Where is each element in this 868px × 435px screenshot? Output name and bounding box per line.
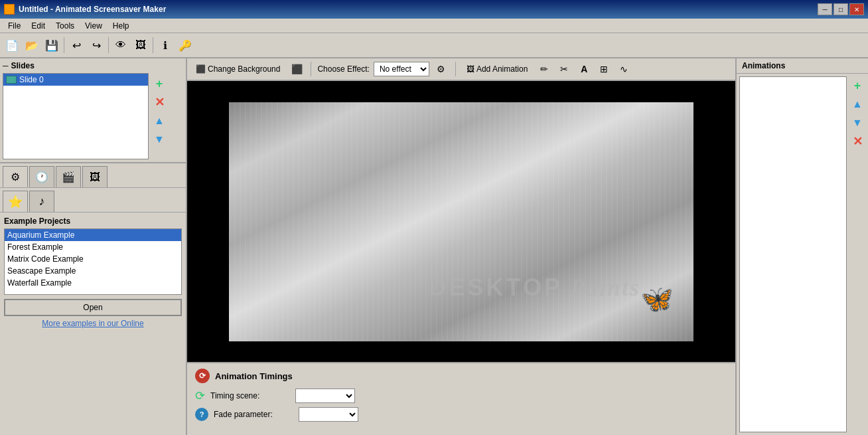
canvas-sep-2: [455, 62, 456, 76]
timings-title: Animation Timings: [215, 371, 293, 381]
slides-header: ─ Slides: [3, 61, 183, 70]
timing-scene-icon: ⟳: [195, 389, 205, 403]
add-slide-button[interactable]: +: [151, 76, 167, 92]
fade-param-label: Fade parameter:: [214, 410, 293, 419]
menu-tools[interactable]: Tools: [50, 20, 80, 32]
watermark-paints: Paints: [570, 274, 640, 301]
slide-thumbnail-icon: [6, 76, 17, 84]
online-link[interactable]: More examples in our Online: [4, 319, 182, 328]
menu-edit[interactable]: Edit: [26, 20, 50, 32]
tab-movie[interactable]: 🎬: [56, 166, 81, 187]
slides-list[interactable]: Slide 0: [3, 73, 149, 159]
slides-title: Slides: [11, 61, 35, 70]
move-slide-down-button[interactable]: ▼: [151, 131, 167, 147]
examples-list[interactable]: Aquarium Example Forest Example Matrix C…: [4, 228, 182, 295]
move-anim-up-button[interactable]: ▲: [849, 96, 865, 112]
timings-header: ⟳ Animation Timings: [195, 369, 727, 383]
slides-section: ─ Slides Slide 0 + ✕ ▲ ▼: [0, 58, 186, 163]
fade-help-icon[interactable]: ?: [195, 408, 208, 421]
open-file-button[interactable]: 📂: [23, 36, 41, 54]
save-button[interactable]: 💾: [42, 36, 61, 54]
main-area: ─ Slides Slide 0 + ✕ ▲ ▼ ⚙: [0, 58, 868, 435]
example-item-seascape[interactable]: Seascape Example: [5, 265, 181, 277]
bg-settings-button[interactable]: ⬛: [289, 61, 305, 77]
app-icon: [4, 4, 15, 15]
titlebar: Untitled - Animated Screensaver Maker ─ …: [0, 0, 868, 19]
maximize-button[interactable]: □: [833, 3, 848, 15]
tab-settings[interactable]: ⚙: [3, 166, 28, 187]
tab-timing[interactable]: 🕐: [29, 166, 54, 187]
grid-button[interactable]: ⊞: [596, 61, 612, 77]
examples-section: Example Projects Aquarium Example Forest…: [0, 213, 186, 435]
info-button[interactable]: ℹ: [156, 36, 175, 54]
window-title: Untitled - Animated Screensaver Maker: [19, 5, 166, 14]
preview-button[interactable]: 👁: [111, 36, 130, 54]
menubar: File Edit Tools View Help: [0, 19, 868, 33]
center-panel: ⬛ Change Background ⬛ Choose Effect: No …: [187, 58, 735, 435]
main-tabs: ⚙ 🕐 🎬 🖼: [0, 163, 186, 188]
change-bg-icon: ⬛: [196, 64, 206, 74]
scissors-button[interactable]: ✂: [556, 61, 572, 77]
example-item-forest[interactable]: Forest Example: [5, 241, 181, 253]
animations-area: + ▲ ▼ ✕: [737, 74, 868, 435]
open-example-button[interactable]: Open: [4, 299, 182, 316]
example-item-aquarium[interactable]: Aquarium Example: [5, 229, 181, 241]
close-button[interactable]: ✕: [849, 3, 864, 15]
menu-view[interactable]: View: [80, 20, 108, 32]
move-anim-down-button[interactable]: ▼: [849, 115, 865, 131]
minimize-button[interactable]: ─: [818, 3, 832, 15]
effect-select[interactable]: No effect Fade In Fade Out Zoom In Zoom …: [374, 62, 429, 76]
examples-title: Example Projects: [4, 217, 182, 226]
subtab-star[interactable]: ⭐: [3, 191, 28, 212]
slides-controls: + ✕ ▲ ▼: [151, 73, 167, 159]
right-panel: Animations + ▲ ▼ ✕: [735, 58, 868, 435]
choose-effect-label: Choose Effect:: [317, 64, 370, 74]
redo-button[interactable]: ↪: [87, 36, 106, 54]
timings-icon: ⟳: [195, 369, 210, 383]
canvas-watermark: DESKTOP Paints: [429, 274, 640, 302]
collapse-icon: ─: [3, 61, 9, 70]
butterfly-decoration: 🦋: [640, 284, 674, 315]
timing-scene-select[interactable]: 0.5s 1s 2s 3s: [295, 389, 355, 403]
key-button[interactable]: 🔑: [176, 36, 194, 54]
animations-controls: + ▲ ▼ ✕: [849, 76, 865, 432]
add-animation-ctrl-button[interactable]: +: [849, 78, 865, 94]
move-slide-up-button[interactable]: ▲: [151, 113, 167, 129]
fade-param-select[interactable]: Fast Normal Slow: [299, 407, 358, 422]
example-item-matrix[interactable]: Matrix Code Example: [5, 253, 181, 265]
timing-scene-row: ⟳ Timing scene: 0.5s 1s 2s 3s: [195, 389, 727, 403]
subtab-music[interactable]: ♪: [29, 191, 54, 212]
toolbar: 📄 📂 💾 ↩ ↪ 👁 🖼 ℹ 🔑: [0, 33, 868, 58]
menu-file[interactable]: File: [3, 20, 26, 32]
remove-animation-button[interactable]: ✕: [849, 133, 865, 149]
effect-settings-button[interactable]: ⚙: [433, 61, 449, 77]
canvas-sep-1: [311, 62, 311, 76]
slide-item[interactable]: Slide 0: [3, 74, 148, 86]
remove-slide-button[interactable]: ✕: [151, 94, 167, 110]
undo-button[interactable]: ↩: [67, 36, 86, 54]
timings-panel: ⟳ Animation Timings ⟳ Timing scene: 0.5s…: [187, 362, 735, 435]
export-button[interactable]: 🖼: [131, 36, 150, 54]
example-item-waterfall[interactable]: Waterfall Example: [5, 277, 181, 289]
slides-area: Slide 0 + ✕ ▲ ▼: [3, 73, 183, 159]
tab-image[interactable]: 🖼: [82, 166, 108, 187]
titlebar-left: Untitled - Animated Screensaver Maker: [4, 4, 166, 15]
menu-help[interactable]: Help: [108, 20, 135, 32]
timing-scene-label: Timing scene:: [210, 391, 290, 400]
left-panel: ─ Slides Slide 0 + ✕ ▲ ▼ ⚙: [0, 58, 187, 435]
toolbar-sep-1: [64, 37, 64, 53]
slide-label: Slide 0: [19, 75, 44, 84]
add-animation-button[interactable]: 🖼 Add Animation: [462, 62, 532, 76]
text-button[interactable]: A: [576, 61, 592, 77]
canvas-area: DESKTOP Paints 🦋: [187, 81, 735, 362]
toolbar-sep-3: [153, 37, 153, 53]
animations-list[interactable]: [739, 76, 847, 432]
animations-header: Animations: [737, 58, 868, 74]
change-bg-button[interactable]: ⬛ Change Background: [191, 62, 285, 76]
canvas-toolbar: ⬛ Change Background ⬛ Choose Effect: No …: [187, 58, 735, 81]
new-button[interactable]: 📄: [3, 36, 21, 54]
pencil-button[interactable]: ✏: [536, 61, 552, 77]
fade-param-row: ? Fade parameter: Fast Normal Slow: [195, 407, 727, 422]
toolbar-sep-2: [108, 37, 109, 53]
wave-button[interactable]: ∿: [616, 61, 632, 77]
